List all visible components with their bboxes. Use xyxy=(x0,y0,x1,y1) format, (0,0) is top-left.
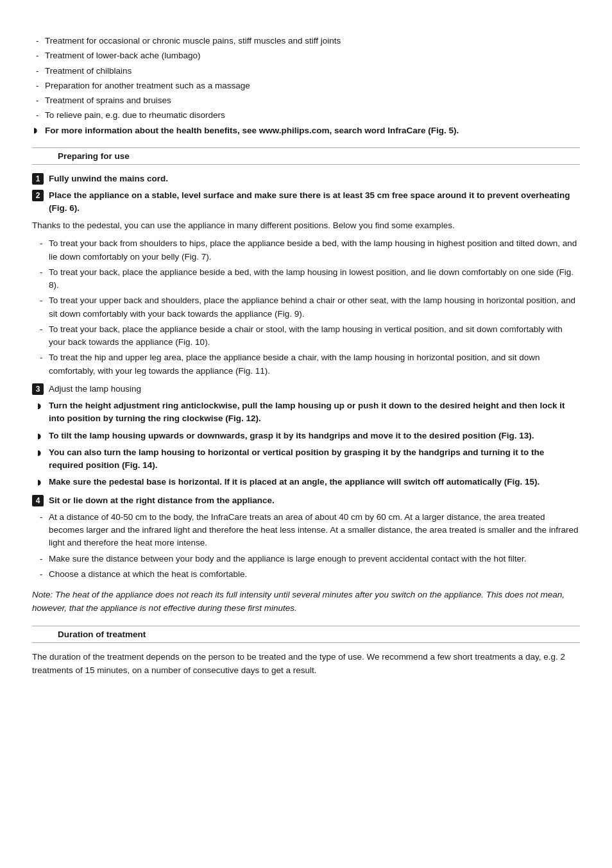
intro-bullet-item: Treatment of sprains and bruises xyxy=(32,94,580,107)
step-3: 3Adjust the lamp housing xyxy=(32,383,580,396)
duration-body: The duration of the treatment depends on… xyxy=(32,651,580,678)
diamond-list-item: You can also turn the lamp housing to ho… xyxy=(32,446,580,472)
step-text-2: Place the appliance on a stable, level s… xyxy=(49,189,580,215)
intro-bullet-item: To relieve pain, e.g. due to rheumatic d… xyxy=(32,109,580,122)
step-badge-3: 3 xyxy=(32,383,44,395)
intro-bullet-item: Preparation for another treatment such a… xyxy=(32,79,580,92)
duration-section-header: Duration of treatment xyxy=(32,626,580,643)
step-text-4: Sit or lie down at the right distance fr… xyxy=(49,494,580,507)
intro-bullet-list: Treatment for occasional or chronic musc… xyxy=(32,35,580,137)
step-detail-list: At a distance of 40-50 cm to the body, t… xyxy=(32,511,580,581)
step-1: 1Fully unwind the mains cord. xyxy=(32,172,580,185)
diamond-list-item: To tilt the lamp housing upwards or down… xyxy=(32,430,580,442)
intro-bullet-item: Treatment of chilblains xyxy=(32,65,580,78)
intro-bullet-item: Treatment for occasional or chronic musc… xyxy=(32,35,580,47)
step-2: 2Place the appliance on a stable, level … xyxy=(32,189,580,215)
diamond-list-item: Make sure the pedestal base is horizonta… xyxy=(32,476,580,488)
list-item: To treat your upper back and shoulders, … xyxy=(32,294,580,321)
preparing-section: Preparing for use 1Fully unwind the main… xyxy=(32,147,580,615)
intro-bullet-item: Treatment of lower-back ache (lumbago) xyxy=(32,49,580,62)
preparing-section-title: Preparing for use xyxy=(32,151,130,161)
duration-section: Duration of treatment The duration of th… xyxy=(32,626,580,678)
diamond-list-item: Turn the height adjustment ring anticloc… xyxy=(32,399,580,426)
intro-bullet-item: For more information about the health be… xyxy=(32,124,580,137)
list-item: To treat the hip and upper leg area, pla… xyxy=(32,351,580,378)
step-text-1: Fully unwind the mains cord. xyxy=(49,172,580,185)
step-4: 4Sit or lie down at the right distance f… xyxy=(32,494,580,507)
step-diamond-list: Turn the height adjustment ring anticloc… xyxy=(32,399,580,489)
list-item: At a distance of 40-50 cm to the body, t… xyxy=(32,511,580,550)
step-badge-1: 1 xyxy=(32,173,44,185)
preparing-note: Note: The heat of the appliance does not… xyxy=(32,588,580,615)
list-item: Make sure the distance between your body… xyxy=(32,553,580,565)
step-badge-4: 4 xyxy=(32,495,44,506)
steps-container: 1Fully unwind the mains cord.2Place the … xyxy=(32,172,580,581)
preparing-section-header: Preparing for use xyxy=(32,147,580,165)
step-text-3: Adjust the lamp housing xyxy=(49,383,580,396)
duration-section-title: Duration of treatment xyxy=(32,630,146,639)
list-item: To treat your back, place the appliance … xyxy=(32,266,580,292)
step-detail-paragraph: Thanks to the pedestal, you can use the … xyxy=(32,219,580,233)
step-badge-2: 2 xyxy=(32,190,44,201)
list-item: Choose a distance at which the heat is c… xyxy=(32,568,580,581)
list-item: To treat your back, place the appliance … xyxy=(32,323,580,349)
list-item: To treat your back from shoulders to hip… xyxy=(32,237,580,263)
step-detail-list: To treat your back from shoulders to hip… xyxy=(32,237,580,378)
